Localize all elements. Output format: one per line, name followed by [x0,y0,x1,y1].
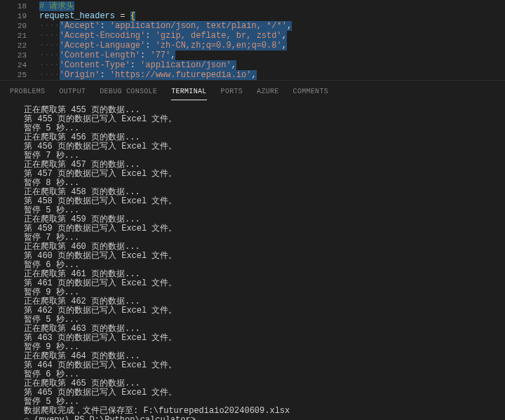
terminal-line: 第 461 页的数据已写入 Excel 文件。 [24,279,505,288]
code-line[interactable]: 21····'Accept-Encoding': 'gzip, deflate,… [0,31,505,41]
panel-tab-comments[interactable]: COMMENTS [293,85,328,100]
code-content[interactable]: ····'Accept': 'application/json, text/pl… [39,21,505,31]
code-content[interactable]: ····'Content-Type': 'application/json', [39,60,505,70]
code-line[interactable]: 19request_headers = { [0,11,505,21]
panel-tab-output[interactable]: OUTPUT [59,85,86,100]
code-content[interactable]: ····'Content-Length': '77', [39,50,505,60]
panel-tab-problems[interactable]: PROBLEMS [10,85,45,100]
terminal-line: 第 463 页的数据已写入 Excel 文件。 [24,334,505,343]
terminal-line: 第 455 页的数据已写入 Excel 文件。 [24,115,505,124]
code-content[interactable]: ····'Accept-Encoding': 'gzip, deflate, b… [39,31,505,41]
code-content[interactable]: # 请求头 [39,1,505,11]
code-content[interactable]: request_headers = { [39,11,505,21]
code-content[interactable]: ····'Accept-Language': 'zh-CN,zh;q=0.9,e… [39,41,505,50]
code-content[interactable]: ····'Origin': 'https://www.futurepedia.i… [39,70,505,80]
code-line[interactable]: 18# 请求头 [0,1,505,11]
terminal-prompt[interactable]: ○ (myenv) PS D:\Python\calculator> [24,416,505,420]
terminal-line: 第 462 页的数据已写入 Excel 文件。 [24,306,505,316]
code-line[interactable]: 24····'Content-Type': 'application/json'… [0,60,505,70]
editor-pane[interactable]: 18# 请求头19request_headers = {20····'Accep… [0,0,505,80]
terminal-body[interactable]: 正在爬取第 455 页的数据...第 455 页的数据已写入 Excel 文件。… [0,100,505,420]
terminal-line: 第 460 页的数据已写入 Excel 文件。 [24,252,505,261]
panel-tabs: PROBLEMSOUTPUTDEBUG CONSOLETERMINALPORTS… [0,80,505,100]
line-number: 21 [0,31,39,41]
terminal-line: 第 459 页的数据已写入 Excel 文件。 [24,224,505,233]
line-number: 20 [0,21,39,31]
line-number: 22 [0,41,39,50]
terminal-line: 第 464 页的数据已写入 Excel 文件。 [24,361,505,370]
terminal-line: 第 456 页的数据已写入 Excel 文件。 [24,142,505,151]
code-line[interactable]: 20····'Accept': 'application/json, text/… [0,21,505,31]
terminal-line: 第 465 页的数据已写入 Excel 文件。 [24,388,505,398]
line-number: 18 [0,1,39,11]
panel-tab-debug-console[interactable]: DEBUG CONSOLE [100,85,157,100]
panel-tab-terminal[interactable]: TERMINAL [171,85,206,100]
code-line[interactable]: 25····'Origin': 'https://www.futurepedia… [0,70,505,80]
line-number: 23 [0,50,39,60]
terminal-line: 第 457 页的数据已写入 Excel 文件。 [24,170,505,179]
line-number: 24 [0,60,39,70]
panel-tab-ports[interactable]: PORTS [221,85,243,100]
terminal-line: 第 458 页的数据已写入 Excel 文件。 [24,197,505,206]
code-line[interactable]: 23····'Content-Length': '77', [0,50,505,60]
line-number: 19 [0,11,39,21]
line-number: 25 [0,70,39,80]
panel-tab-azure[interactable]: AZURE [257,85,279,100]
code-line[interactable]: 22····'Accept-Language': 'zh-CN,zh;q=0.9… [0,41,505,50]
